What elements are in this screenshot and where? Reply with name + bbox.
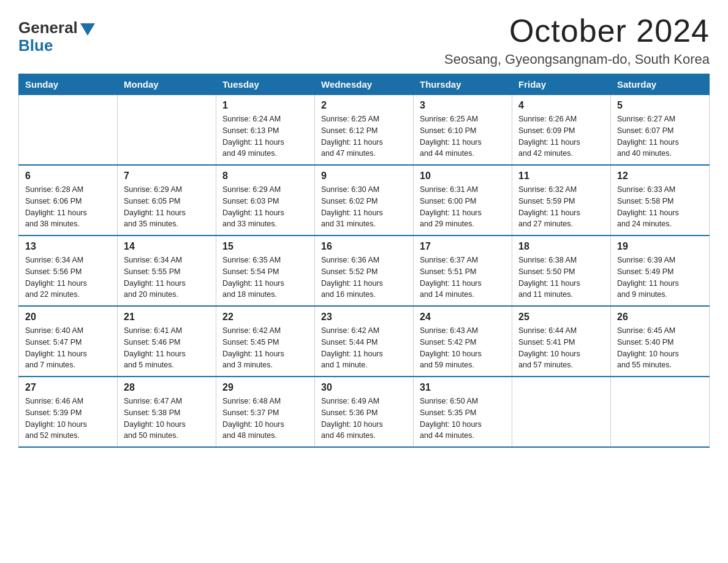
calendar-cell: 20Sunrise: 6:40 AM Sunset: 5:47 PM Dayli… — [19, 306, 118, 377]
calendar-cell: 18Sunrise: 6:38 AM Sunset: 5:50 PM Dayli… — [512, 236, 611, 306]
calendar-cell: 2Sunrise: 6:25 AM Sunset: 6:12 PM Daylig… — [315, 95, 414, 166]
day-info: Sunrise: 6:34 AM Sunset: 5:56 PM Dayligh… — [25, 255, 111, 301]
calendar-cell: 1Sunrise: 6:24 AM Sunset: 6:13 PM Daylig… — [216, 95, 315, 166]
calendar-cell: 30Sunrise: 6:49 AM Sunset: 5:36 PM Dayli… — [315, 377, 414, 447]
day-info: Sunrise: 6:46 AM Sunset: 5:39 PM Dayligh… — [25, 396, 111, 442]
calendar-cell: 19Sunrise: 6:39 AM Sunset: 5:49 PM Dayli… — [611, 236, 710, 306]
day-number: 6 — [25, 170, 111, 182]
day-number: 26 — [617, 312, 703, 323]
day-number: 25 — [518, 312, 604, 323]
calendar-header: SundayMondayTuesdayWednesdayThursdayFrid… — [19, 74, 710, 95]
day-info: Sunrise: 6:28 AM Sunset: 6:06 PM Dayligh… — [25, 184, 111, 230]
weekday-header-friday: Friday — [512, 74, 611, 95]
weekday-header-saturday: Saturday — [611, 74, 710, 95]
day-number: 8 — [222, 170, 308, 182]
day-info: Sunrise: 6:49 AM Sunset: 5:36 PM Dayligh… — [321, 396, 407, 442]
day-info: Sunrise: 6:41 AM Sunset: 5:46 PM Dayligh… — [124, 325, 210, 371]
calendar-week-row: 1Sunrise: 6:24 AM Sunset: 6:13 PM Daylig… — [19, 95, 710, 166]
day-info: Sunrise: 6:43 AM Sunset: 5:42 PM Dayligh… — [420, 325, 506, 371]
day-number: 9 — [321, 170, 407, 182]
day-info: Sunrise: 6:33 AM Sunset: 5:58 PM Dayligh… — [617, 184, 703, 230]
day-number: 16 — [321, 241, 407, 252]
day-info: Sunrise: 6:25 AM Sunset: 6:12 PM Dayligh… — [321, 113, 407, 159]
calendar-week-row: 20Sunrise: 6:40 AM Sunset: 5:47 PM Dayli… — [19, 306, 710, 377]
calendar-cell: 10Sunrise: 6:31 AM Sunset: 6:00 PM Dayli… — [414, 165, 512, 236]
day-number: 27 — [25, 382, 111, 393]
day-info: Sunrise: 6:50 AM Sunset: 5:35 PM Dayligh… — [420, 396, 506, 442]
day-info: Sunrise: 6:38 AM Sunset: 5:50 PM Dayligh… — [518, 255, 604, 301]
day-number: 17 — [420, 241, 506, 252]
calendar-cell — [512, 377, 611, 447]
logo-triangle-icon — [80, 23, 95, 36]
day-info: Sunrise: 6:24 AM Sunset: 6:13 PM Dayligh… — [222, 113, 308, 159]
calendar-cell: 25Sunrise: 6:44 AM Sunset: 5:41 PM Dayli… — [512, 306, 611, 377]
calendar-cell: 29Sunrise: 6:48 AM Sunset: 5:37 PM Dayli… — [216, 377, 315, 447]
day-info: Sunrise: 6:39 AM Sunset: 5:49 PM Dayligh… — [617, 255, 703, 301]
calendar-cell: 8Sunrise: 6:29 AM Sunset: 6:03 PM Daylig… — [216, 165, 315, 236]
day-number: 2 — [321, 100, 407, 111]
weekday-header-row: SundayMondayTuesdayWednesdayThursdayFrid… — [19, 74, 710, 95]
day-number: 3 — [420, 100, 506, 111]
calendar-cell: 11Sunrise: 6:32 AM Sunset: 5:59 PM Dayli… — [512, 165, 611, 236]
day-number: 29 — [222, 382, 308, 393]
calendar-cell — [611, 377, 710, 447]
day-number: 15 — [222, 241, 308, 252]
page-title: October 2024 — [444, 12, 710, 49]
day-number: 12 — [617, 170, 703, 182]
day-number: 18 — [518, 241, 604, 252]
day-number: 5 — [617, 100, 703, 111]
calendar-week-row: 13Sunrise: 6:34 AM Sunset: 5:56 PM Dayli… — [19, 236, 710, 306]
calendar-week-row: 6Sunrise: 6:28 AM Sunset: 6:06 PM Daylig… — [19, 165, 710, 236]
day-info: Sunrise: 6:27 AM Sunset: 6:07 PM Dayligh… — [617, 113, 703, 159]
calendar-cell — [118, 95, 216, 166]
calendar-cell: 16Sunrise: 6:36 AM Sunset: 5:52 PM Dayli… — [315, 236, 414, 306]
calendar-cell: 7Sunrise: 6:29 AM Sunset: 6:05 PM Daylig… — [118, 165, 216, 236]
day-info: Sunrise: 6:35 AM Sunset: 5:54 PM Dayligh… — [222, 255, 308, 301]
day-info: Sunrise: 6:25 AM Sunset: 6:10 PM Dayligh… — [420, 113, 506, 159]
weekday-header-thursday: Thursday — [414, 74, 512, 95]
calendar-cell: 27Sunrise: 6:46 AM Sunset: 5:39 PM Dayli… — [19, 377, 118, 447]
calendar-cell: 17Sunrise: 6:37 AM Sunset: 5:51 PM Dayli… — [414, 236, 512, 306]
calendar-cell: 26Sunrise: 6:45 AM Sunset: 5:40 PM Dayli… — [611, 306, 710, 377]
weekday-header-monday: Monday — [118, 74, 216, 95]
calendar-cell: 15Sunrise: 6:35 AM Sunset: 5:54 PM Dayli… — [216, 236, 315, 306]
calendar-cell: 31Sunrise: 6:50 AM Sunset: 5:35 PM Dayli… — [414, 377, 512, 447]
calendar-cell: 12Sunrise: 6:33 AM Sunset: 5:58 PM Dayli… — [611, 165, 710, 236]
calendar-cell: 24Sunrise: 6:43 AM Sunset: 5:42 PM Dayli… — [414, 306, 512, 377]
calendar-cell: 21Sunrise: 6:41 AM Sunset: 5:46 PM Dayli… — [118, 306, 216, 377]
day-number: 1 — [222, 100, 308, 111]
day-number: 13 — [25, 241, 111, 252]
weekday-header-sunday: Sunday — [19, 74, 118, 95]
day-info: Sunrise: 6:32 AM Sunset: 5:59 PM Dayligh… — [518, 184, 604, 230]
day-info: Sunrise: 6:47 AM Sunset: 5:38 PM Dayligh… — [124, 396, 210, 442]
calendar-body: 1Sunrise: 6:24 AM Sunset: 6:13 PM Daylig… — [19, 95, 710, 448]
day-info: Sunrise: 6:31 AM Sunset: 6:00 PM Dayligh… — [420, 184, 506, 230]
logo-blue-text: Blue — [18, 36, 53, 55]
location-subtitle: Seosang, Gyeongsangnam-do, South Korea — [444, 52, 710, 67]
calendar-cell: 9Sunrise: 6:30 AM Sunset: 6:02 PM Daylig… — [315, 165, 414, 236]
day-number: 31 — [420, 382, 506, 393]
calendar-cell — [19, 95, 118, 166]
calendar-cell: 22Sunrise: 6:42 AM Sunset: 5:45 PM Dayli… — [216, 306, 315, 377]
day-info: Sunrise: 6:26 AM Sunset: 6:09 PM Dayligh… — [518, 113, 604, 159]
calendar-cell: 28Sunrise: 6:47 AM Sunset: 5:38 PM Dayli… — [118, 377, 216, 447]
header: General Blue October 2024 Seosang, Gyeon… — [18, 12, 710, 67]
day-number: 22 — [222, 312, 308, 323]
calendar-week-row: 27Sunrise: 6:46 AM Sunset: 5:39 PM Dayli… — [19, 377, 710, 447]
day-number: 10 — [420, 170, 506, 182]
weekday-header-wednesday: Wednesday — [315, 74, 414, 95]
day-number: 14 — [124, 241, 210, 252]
day-info: Sunrise: 6:30 AM Sunset: 6:02 PM Dayligh… — [321, 184, 407, 230]
day-number: 4 — [518, 100, 604, 111]
calendar-cell: 4Sunrise: 6:26 AM Sunset: 6:09 PM Daylig… — [512, 95, 611, 166]
day-number: 21 — [124, 312, 210, 323]
day-info: Sunrise: 6:36 AM Sunset: 5:52 PM Dayligh… — [321, 255, 407, 301]
day-info: Sunrise: 6:45 AM Sunset: 5:40 PM Dayligh… — [617, 325, 703, 371]
weekday-header-tuesday: Tuesday — [216, 74, 315, 95]
day-info: Sunrise: 6:44 AM Sunset: 5:41 PM Dayligh… — [518, 325, 604, 371]
day-info: Sunrise: 6:40 AM Sunset: 5:47 PM Dayligh… — [25, 325, 111, 371]
calendar-table: SundayMondayTuesdayWednesdayThursdayFrid… — [18, 74, 710, 448]
day-number: 20 — [25, 312, 111, 323]
day-info: Sunrise: 6:37 AM Sunset: 5:51 PM Dayligh… — [420, 255, 506, 301]
day-info: Sunrise: 6:29 AM Sunset: 6:05 PM Dayligh… — [124, 184, 210, 230]
